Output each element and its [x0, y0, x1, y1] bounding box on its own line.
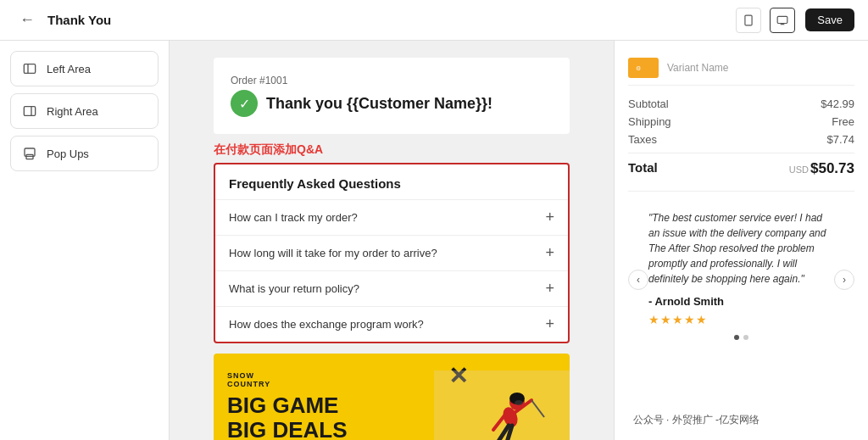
banner-headline-line2: BIG DEALS	[227, 417, 348, 440]
svg-rect-7	[24, 107, 35, 116]
faq-item-3[interactable]: What is your return policy? +	[215, 270, 568, 306]
subtotal-value: $42.99	[821, 97, 854, 110]
banner-brand: SNOWCOUNTRY	[227, 371, 403, 388]
order-summary: Subtotal $42.99 Shipping Free Taxes $7.7…	[628, 89, 854, 192]
faq-question-4: How does the exchange program work?	[229, 318, 424, 331]
faq-box: Frequently Asked Questions How can I tra…	[214, 163, 570, 343]
svg-rect-5	[24, 64, 35, 74]
testimonial-dots	[648, 335, 834, 340]
pop-ups-icon	[21, 145, 38, 162]
sidebar-item-pop-ups-label: Pop Ups	[47, 148, 89, 160]
faq-item-2[interactable]: How long will it take for my order to ar…	[215, 235, 568, 270]
thankyou-row: ✓ Thank you {{Customer Name}}!	[231, 90, 553, 117]
shipping-value: Free	[832, 115, 854, 128]
sidebar-item-right-area-label: Right Area	[47, 105, 98, 118]
view-toggle	[736, 8, 795, 33]
taxes-value: $7.74	[826, 133, 854, 146]
mobile-view-icon[interactable]	[770, 8, 795, 33]
right-area-icon	[21, 103, 38, 120]
svg-rect-11	[434, 370, 570, 440]
total-currency: USD	[789, 164, 809, 175]
svg-rect-0	[745, 15, 752, 25]
check-icon: ✓	[231, 90, 258, 117]
right-panel: ⚙ Variant Name Subtotal $42.99 Shipping …	[614, 41, 868, 440]
back-button[interactable]: ←	[14, 7, 41, 34]
testimonial-dot-1[interactable]	[734, 335, 739, 340]
sidebar: Left Area Right Area Pop Ups	[0, 41, 170, 440]
testimonial-author: - Arnold Smith	[648, 295, 834, 308]
sidebar-item-left-area-label: Left Area	[47, 63, 91, 75]
banner-headline: BIG GAME BIG DEALS	[227, 393, 403, 440]
sidebar-item-right-area[interactable]: Right Area	[10, 93, 159, 129]
faq-expand-3[interactable]: +	[545, 280, 554, 298]
top-bar: ← Thank You Save	[0, 0, 868, 41]
total-amount: USD$50.73	[789, 160, 854, 177]
faq-question-3: What is your return policy?	[229, 282, 359, 295]
testimonial-text: "The best customer service ever! I had a…	[648, 210, 834, 287]
svg-text:⚙: ⚙	[636, 65, 641, 71]
testimonial-section: ‹ "The best customer service ever! I had…	[628, 202, 854, 357]
variant-label: Variant Name	[667, 62, 728, 74]
faq-expand-4[interactable]: +	[545, 315, 554, 333]
svg-rect-2	[778, 16, 788, 23]
order-number: Order #1001	[231, 75, 553, 86]
total-value: $50.73	[810, 160, 854, 176]
total-label: Total	[628, 160, 658, 177]
svg-point-15	[515, 400, 523, 405]
faq-tip: 在付款页面添加Q&A	[214, 142, 570, 158]
canvas-area: Order #1001 ✓ Thank you {{Customer Name}…	[170, 41, 614, 440]
faq-item-1[interactable]: How can I track my order? +	[215, 199, 568, 235]
faq-question-2: How long will it take for my order to ar…	[229, 247, 437, 259]
page-title: Thank You	[47, 13, 736, 27]
shipping-row: Shipping Free	[628, 115, 854, 128]
banner: SNOWCOUNTRY BIG GAME BIG DEALS SNOWBOARD…	[214, 354, 570, 440]
page-content: Order #1001 ✓ Thank you {{Customer Name}…	[214, 58, 570, 423]
sidebar-item-pop-ups[interactable]: Pop Ups	[10, 136, 159, 171]
testimonial-prev-button[interactable]: ‹	[628, 270, 648, 290]
variant-row: ⚙ Variant Name	[628, 51, 854, 86]
sidebar-item-left-area[interactable]: Left Area	[10, 51, 159, 86]
shipping-label: Shipping	[628, 115, 671, 128]
testimonial-next-button[interactable]: ›	[834, 270, 854, 290]
faq-question-1: How can I track my order?	[229, 211, 358, 224]
taxes-row: Taxes $7.74	[628, 133, 854, 146]
faq-title: Frequently Asked Questions	[215, 164, 568, 199]
desktop-view-icon[interactable]	[736, 8, 761, 33]
save-button[interactable]: Save	[805, 8, 854, 31]
taxes-label: Taxes	[628, 133, 657, 146]
banner-skier-area: 〜〜	[417, 354, 570, 440]
thankyou-section: Order #1001 ✓ Thank you {{Customer Name}…	[214, 58, 570, 134]
faq-expand-2[interactable]: +	[545, 244, 554, 262]
banner-left: SNOWCOUNTRY BIG GAME BIG DEALS SNOWBOARD…	[214, 354, 417, 440]
faq-item-4[interactable]: How does the exchange program work? +	[215, 306, 568, 342]
subtotal-label: Subtotal	[628, 97, 669, 110]
left-area-icon	[21, 60, 38, 77]
testimonial-dot-2[interactable]	[743, 335, 748, 340]
faq-expand-1[interactable]: +	[545, 209, 554, 226]
thankyou-text: Thank you {{Customer Name}}!	[266, 95, 492, 113]
total-row: Total USD$50.73	[628, 153, 854, 177]
main-layout: Left Area Right Area Pop Ups Order #1001…	[0, 41, 868, 440]
variant-icon: ⚙	[628, 58, 659, 78]
right-panel-inner: ⚙ Variant Name Subtotal $42.99 Shipping …	[615, 41, 868, 367]
watermark: 公众号 · 外贸推广 -亿安网络	[626, 410, 766, 430]
subtotal-row: Subtotal $42.99	[628, 97, 854, 110]
testimonial-stars: ★★★★★	[648, 313, 834, 326]
banner-headline-line1: BIG GAME	[227, 393, 338, 418]
